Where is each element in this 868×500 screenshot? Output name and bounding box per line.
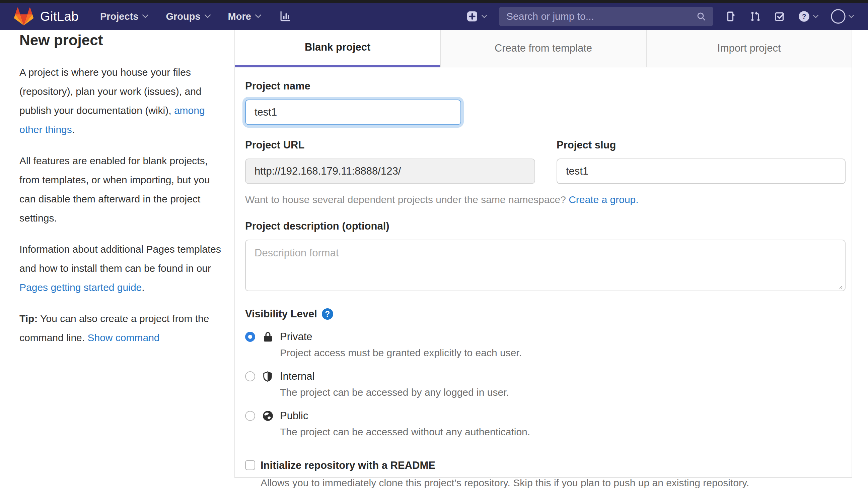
namespace-hint: Want to house several dependent projects… [245,194,846,205]
visibility-help-icon[interactable]: ? [322,308,333,320]
todos-button[interactable] [774,10,786,22]
project-slug-label: Project slug [556,139,846,151]
chevron-down-icon [848,15,854,19]
gitlab-logo[interactable]: GitLab [14,7,79,25]
chevron-down-icon [142,14,148,19]
internal-radio[interactable] [245,371,255,382]
visibility-section: Visibility Level ? Private Project acces… [245,308,846,439]
search-icon [696,11,707,22]
public-label: Public [280,409,846,423]
public-description: The project can be accessed without any … [280,425,846,439]
page-sidebar: New project A project is where you house… [20,32,222,359]
issues-button[interactable] [725,10,737,22]
project-description-group: Project description (optional) [245,220,846,293]
create-group-link[interactable]: Create a group. [568,194,638,205]
merge-requests-button[interactable] [749,10,762,22]
visibility-label: Visibility Level [245,308,317,320]
private-label: Private [280,330,846,343]
page-title: New project [20,32,222,49]
global-search[interactable] [499,7,713,26]
project-type-tabs: Blank project Create from template Impor… [235,30,852,67]
chevron-down-icon [813,15,819,19]
project-slug-group: Project slug [556,139,846,184]
internal-description: The project can be accessed by any logge… [280,386,846,399]
chevron-down-icon [204,14,211,19]
tab-create-from-template[interactable]: Create from template [440,30,646,67]
internal-label: Internal [280,370,846,383]
tab-import-project[interactable]: Import project [646,30,852,67]
avatar [831,9,846,24]
gitlab-wordmark: GitLab [40,9,79,24]
readme-section: Initialize repository with a README Allo… [245,459,846,490]
blank-project-form: Project name Project URL Project slug Wa… [235,67,846,500]
readme-description: Allows you to immediately clone this pro… [260,476,846,490]
todo-check-icon [774,10,786,22]
tab-blank-project[interactable]: Blank project [235,30,440,67]
bar-chart-icon [279,10,291,23]
readme-checkbox[interactable] [245,460,255,470]
new-menu-button[interactable] [466,10,487,22]
nav-menu-more[interactable]: More [228,11,261,22]
issues-icon [725,10,737,22]
private-radio[interactable] [245,332,255,342]
merge-request-icon [749,10,762,22]
user-menu-button[interactable] [831,9,854,24]
help-icon: ? [798,10,810,23]
gitlab-tanuki-icon [14,7,34,25]
readme-label[interactable]: Initialize repository with a README [260,459,846,472]
chevron-down-icon [482,15,487,19]
new-project-panel: Blank project Create from template Impor… [234,30,852,478]
lock-icon [259,331,276,343]
sidebar-paragraph: All features are enabled for blank proje… [20,151,222,228]
project-slug-input[interactable] [556,159,846,184]
shield-icon [259,370,276,382]
project-description-textarea[interactable] [245,240,846,291]
project-url-input[interactable] [245,159,535,184]
search-input[interactable] [506,10,696,22]
top-navbar: GitLab Projects Groups More [0,3,868,30]
visibility-option-public: Public The project can be accessed witho… [245,409,846,439]
visibility-option-private: Private Project access must be granted e… [245,330,846,360]
project-url-group: Project URL [245,139,535,184]
help-menu-button[interactable]: ? [798,10,819,23]
globe-icon [259,410,276,422]
svg-text:?: ? [802,12,806,20]
visibility-option-internal: Internal The project can be accessed by … [245,370,846,399]
resize-handle[interactable] [837,284,843,289]
sidebar-paragraph: Information about additional Pages templ… [20,240,222,297]
analytics-button[interactable] [279,10,291,23]
private-description: Project access must be granted explicitl… [280,346,846,360]
window-top-strip [0,0,868,3]
show-command-link[interactable]: Show command [87,332,160,343]
project-name-label: Project name [245,80,846,92]
sidebar-paragraph: A project is where you house your files … [20,62,222,139]
project-url-label: Project URL [245,139,535,151]
project-description-label: Project description (optional) [245,220,846,232]
public-radio[interactable] [245,411,255,421]
plus-icon [466,10,478,22]
nav-menu-groups[interactable]: Groups [166,11,210,22]
pages-guide-link[interactable]: Pages getting started guide [20,282,142,293]
sidebar-tip: Tip: You can also create a project from … [20,309,222,347]
project-name-input[interactable] [245,100,461,125]
chevron-down-icon [255,14,261,19]
nav-menu-projects[interactable]: Projects [100,11,148,22]
